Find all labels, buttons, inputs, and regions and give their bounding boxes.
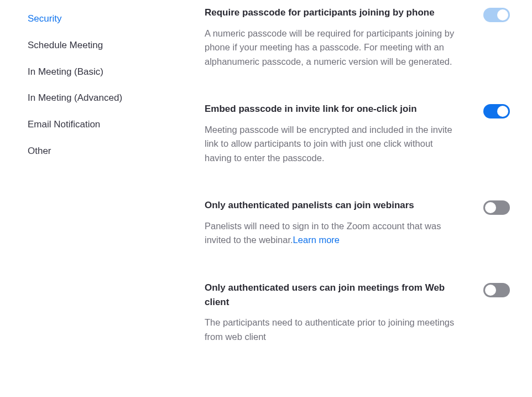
setting-text: Only authenticated users can join meetin… <box>205 281 459 344</box>
sidebar-item-other[interactable]: Other <box>28 138 177 164</box>
setting-auth-web-client: Only authenticated users can join meetin… <box>205 281 510 377</box>
toggle-knob <box>497 106 508 117</box>
toggle-knob <box>485 285 496 296</box>
setting-description: The participants need to authenticate pr… <box>205 316 459 344</box>
sidebar-item-label: Schedule Meeting <box>28 40 103 50</box>
settings-main: Require passcode for participants joinin… <box>177 6 532 377</box>
sidebar-item-label: Email Notification <box>28 119 100 130</box>
sidebar-item-security[interactable]: Security <box>28 6 177 32</box>
setting-title: Embed passcode in invite link for one-cl… <box>205 102 459 116</box>
sidebar-item-email-notification[interactable]: Email Notification <box>28 111 177 138</box>
sidebar-item-schedule-meeting[interactable]: Schedule Meeting <box>28 32 177 59</box>
setting-auth-panelists: Only authenticated panelists can join we… <box>205 198 510 281</box>
setting-description: Panelists will need to sign in to the Zo… <box>205 219 459 248</box>
toggle-knob <box>485 202 496 213</box>
sidebar-item-label: Security <box>28 13 61 24</box>
sidebar-item-in-meeting-basic[interactable]: In Meeting (Basic) <box>28 59 177 85</box>
setting-description: A numeric passcode will be required for … <box>205 27 459 69</box>
sidebar-item-label: In Meeting (Advanced) <box>28 92 122 103</box>
toggle-embed-passcode[interactable] <box>483 104 510 118</box>
sidebar-item-label: Other <box>28 146 51 156</box>
toggle-auth-web-client[interactable] <box>483 283 510 297</box>
sidebar-item-in-meeting-advanced[interactable]: In Meeting (Advanced) <box>28 85 177 111</box>
setting-description: Meeting passcode will be encrypted and i… <box>205 123 459 166</box>
setting-require-phone-passcode: Require passcode for participants joinin… <box>205 6 510 102</box>
toggle-auth-panelists[interactable] <box>483 200 510 215</box>
learn-more-link[interactable]: Learn more <box>293 235 340 245</box>
setting-text: Embed passcode in invite link for one-cl… <box>205 102 459 165</box>
sidebar-item-label: In Meeting (Basic) <box>28 66 103 77</box>
setting-text: Require passcode for participants joinin… <box>205 6 459 69</box>
toggle-knob <box>497 9 508 20</box>
setting-embed-passcode: Embed passcode in invite link for one-cl… <box>205 102 510 198</box>
settings-sidebar: Security Schedule Meeting In Meeting (Ba… <box>0 6 177 377</box>
setting-title: Require passcode for participants joinin… <box>205 6 459 20</box>
setting-title: Only authenticated users can join meetin… <box>205 281 459 309</box>
setting-text: Only authenticated panelists can join we… <box>205 198 459 248</box>
toggle-require-phone-passcode[interactable] <box>483 8 510 22</box>
setting-title: Only authenticated panelists can join we… <box>205 198 459 213</box>
